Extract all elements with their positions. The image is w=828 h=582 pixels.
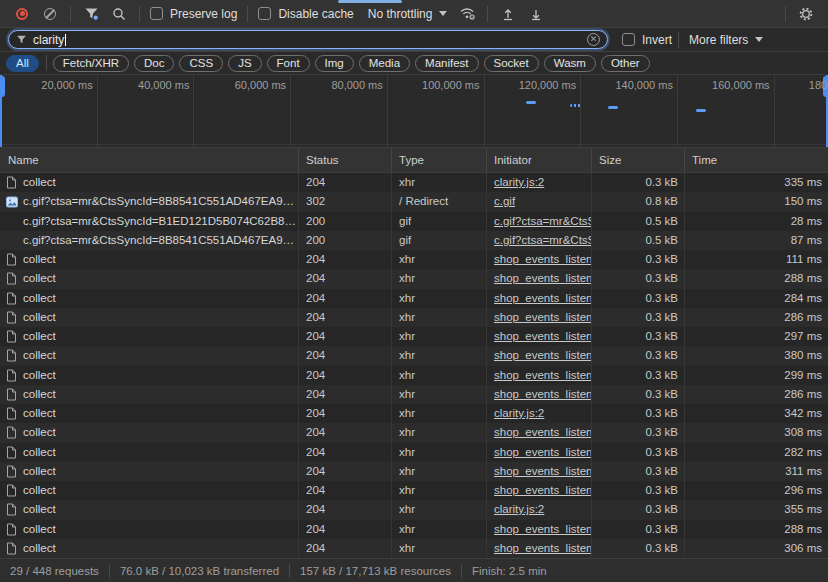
table-row[interactable]: collect204xhrshop_events_listen0.3 kB297…	[0, 327, 828, 346]
invert-toggle[interactable]: Invert	[622, 33, 672, 47]
type-filter-chips: AllFetch/XHRDocCSSJSFontImgMediaManifest…	[0, 52, 828, 75]
type-cell: xhr	[391, 327, 486, 346]
type-filter-font[interactable]: Font	[267, 55, 310, 72]
clear-button[interactable]	[38, 2, 62, 26]
request-name-text: c.gif?ctsa=mr&CtsSyncId=8B8541C551AD467E…	[23, 231, 294, 250]
more-filters-label: More filters	[689, 33, 748, 47]
type-filter-other[interactable]: Other	[601, 55, 650, 72]
type-filter-js[interactable]: JS	[228, 55, 261, 72]
initiator-link[interactable]: shop_events_listen	[494, 349, 591, 361]
initiator-link[interactable]: shop_events_listen	[494, 426, 591, 438]
status-cell: 204	[298, 443, 391, 462]
initiator-link[interactable]: clarity.js:2	[494, 176, 544, 188]
table-row[interactable]: collect204xhrshop_events_listen0.3 kB111…	[0, 250, 828, 269]
search-button[interactable]	[107, 2, 131, 26]
initiator-cell: clarity.js:2	[486, 404, 591, 423]
table-row[interactable]: collect204xhrshop_events_listen0.3 kB311…	[0, 462, 828, 481]
network-overview-timeline[interactable]: 20,000 ms40,000 ms60,000 ms80,000 ms100,…	[0, 75, 828, 148]
table-row[interactable]: collect204xhrclarity.js:20.3 kB355 ms	[0, 500, 828, 519]
initiator-cell: shop_events_listen	[486, 462, 591, 481]
table-row[interactable]: collect204xhrshop_events_listen0.3 kB380…	[0, 346, 828, 365]
document-icon	[5, 176, 18, 189]
clear-filter-icon[interactable]: ✕	[587, 33, 600, 46]
table-row[interactable]: c.gif?ctsa=mr&CtsSyncId=B1ED121D5B074C62…	[0, 212, 828, 231]
initiator-link[interactable]: shop_events_listen	[494, 446, 591, 458]
initiator-link[interactable]: clarity.js:2	[494, 407, 544, 419]
time-cell: 286 ms	[684, 385, 828, 404]
preserve-log-toggle[interactable]: Preserve log	[150, 7, 237, 21]
time-cell: 311 ms	[684, 462, 828, 481]
filter-toggle-button[interactable]	[79, 2, 103, 26]
initiator-link[interactable]: shop_events_listen	[494, 465, 591, 477]
request-name-cell: collect	[0, 308, 298, 327]
request-name-cell: collect	[0, 269, 298, 288]
column-header-name[interactable]: Name	[0, 148, 298, 172]
table-row[interactable]: collect204xhrshop_events_listen0.3 kB306…	[0, 539, 828, 558]
type-filter-img[interactable]: Img	[315, 55, 354, 72]
request-name-cell: collect	[0, 289, 298, 308]
type-filter-doc[interactable]: Doc	[134, 55, 174, 72]
invert-checkbox[interactable]	[622, 33, 635, 46]
initiator-link[interactable]: c.gif?ctsa=mr&CtsS	[494, 234, 591, 246]
table-row[interactable]: collect204xhrshop_events_listen0.3 kB288…	[0, 269, 828, 288]
network-conditions-icon	[459, 6, 476, 21]
disable-cache-toggle[interactable]: Disable cache	[258, 7, 353, 21]
table-row[interactable]: collect204xhrclarity.js:20.3 kB342 ms	[0, 404, 828, 423]
initiator-link[interactable]: c.gif	[494, 195, 515, 207]
initiator-link[interactable]: shop_events_listen	[494, 542, 591, 554]
type-filter-socket[interactable]: Socket	[484, 55, 539, 72]
disable-cache-checkbox[interactable]	[258, 7, 271, 20]
table-row[interactable]: collect204xhrshop_events_listen0.3 kB308…	[0, 423, 828, 442]
type-filter-css[interactable]: CSS	[179, 55, 223, 72]
import-har-button[interactable]	[496, 2, 520, 26]
table-row[interactable]: collect204xhrshop_events_listen0.3 kB286…	[0, 308, 828, 327]
initiator-link[interactable]: shop_events_listen	[494, 311, 591, 323]
filter-input[interactable]: clarity ✕	[8, 30, 608, 49]
initiator-link[interactable]: shop_events_listen	[494, 388, 591, 400]
type-filter-manifest[interactable]: Manifest	[415, 55, 478, 72]
initiator-cell: shop_events_listen	[486, 520, 591, 539]
overview-divider	[0, 144, 828, 145]
table-row[interactable]: collect204xhrshop_events_listen0.3 kB296…	[0, 481, 828, 500]
request-name-cell: c.gif?ctsa=mr&CtsSyncId=8B8541C551AD467E…	[0, 192, 298, 211]
initiator-link[interactable]: shop_events_listen	[494, 272, 591, 284]
type-filter-all[interactable]: All	[6, 55, 39, 72]
initiator-link[interactable]: clarity.js:2	[494, 503, 544, 515]
column-header-time[interactable]: Time	[684, 148, 828, 172]
column-header-type[interactable]: Type	[391, 148, 486, 172]
initiator-link[interactable]: c.gif?ctsa=mr&CtsS	[494, 215, 591, 227]
table-row[interactable]: collect204xhrshop_events_listen0.3 kB288…	[0, 520, 828, 539]
network-conditions-button[interactable]	[455, 2, 479, 26]
preserve-log-checkbox[interactable]	[150, 7, 163, 20]
initiator-link[interactable]: shop_events_listen	[494, 484, 591, 496]
more-filters-button[interactable]: More filters	[689, 33, 763, 47]
table-row[interactable]: collect204xhrshop_events_listen0.3 kB282…	[0, 443, 828, 462]
status-segment: 76.0 kB / 10,023 kB transferred	[120, 565, 279, 577]
settings-button[interactable]	[794, 2, 818, 26]
request-name-cell: collect	[0, 481, 298, 500]
table-row[interactable]: c.gif?ctsa=mr&CtsSyncId=8B8541C551AD467E…	[0, 192, 828, 211]
search-icon	[112, 7, 126, 21]
initiator-link[interactable]: shop_events_listen	[494, 369, 591, 381]
column-header-status[interactable]: Status	[298, 148, 391, 172]
table-row[interactable]: collect204xhrshop_events_listen0.3 kB286…	[0, 385, 828, 404]
column-header-size[interactable]: Size	[591, 148, 684, 172]
type-cell: xhr	[391, 289, 486, 308]
table-row[interactable]: collect204xhrclarity.js:20.3 kB335 ms	[0, 173, 828, 192]
column-header-initiator[interactable]: Initiator	[486, 148, 591, 172]
timeline-gridline	[97, 75, 98, 147]
table-row[interactable]: c.gif?ctsa=mr&CtsSyncId=8B8541C551AD467E…	[0, 231, 828, 250]
table-row[interactable]: collect204xhrshop_events_listen0.3 kB299…	[0, 366, 828, 385]
type-filter-media[interactable]: Media	[359, 55, 410, 72]
throttling-select[interactable]: No throttling	[368, 7, 448, 21]
export-har-button[interactable]	[524, 2, 548, 26]
initiator-link[interactable]: shop_events_listen	[494, 330, 591, 342]
type-filter-fetchxhr[interactable]: Fetch/XHR	[53, 55, 129, 72]
initiator-link[interactable]: shop_events_listen	[494, 253, 591, 265]
overview-left-grip[interactable]	[0, 76, 5, 97]
initiator-link[interactable]: shop_events_listen	[494, 523, 591, 535]
initiator-link[interactable]: shop_events_listen	[494, 292, 591, 304]
table-row[interactable]: collect204xhrshop_events_listen0.3 kB284…	[0, 289, 828, 308]
type-filter-wasm[interactable]: Wasm	[544, 55, 596, 72]
record-button[interactable]	[10, 2, 34, 26]
